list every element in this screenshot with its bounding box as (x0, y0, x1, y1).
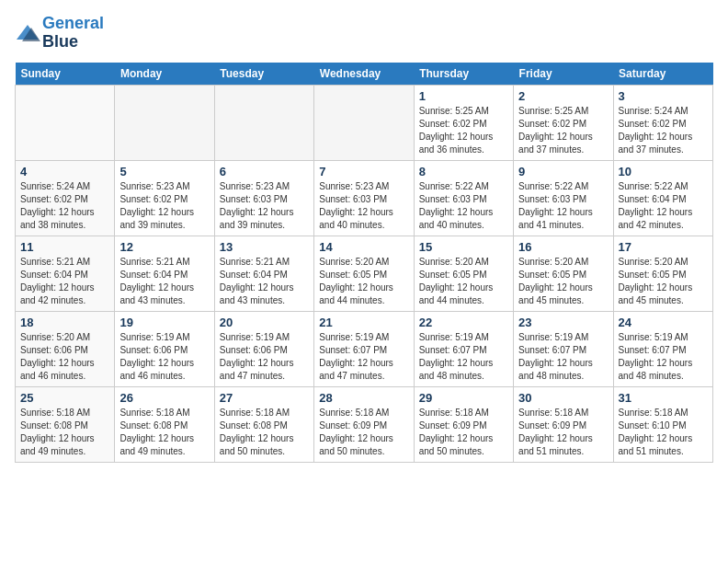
day-number: 20 (220, 316, 309, 329)
day-info: Sunrise: 5:18 AM Sunset: 6:09 PM Dayligh… (518, 407, 608, 458)
day-info: Sunrise: 5:21 AM Sunset: 6:04 PM Dayligh… (20, 256, 109, 307)
day-info: Sunrise: 5:19 AM Sunset: 6:07 PM Dayligh… (619, 331, 708, 383)
calendar-cell: 1Sunrise: 5:25 AM Sunset: 6:02 PM Daylig… (414, 85, 513, 160)
day-info: Sunrise: 5:20 AM Sunset: 6:05 PM Dayligh… (619, 256, 708, 307)
day-info: Sunrise: 5:25 AM Sunset: 6:02 PM Dayligh… (518, 105, 608, 156)
day-info: Sunrise: 5:22 AM Sunset: 6:03 PM Dayligh… (518, 180, 608, 232)
day-number: 12 (119, 240, 209, 254)
day-number: 6 (220, 165, 309, 178)
calendar-cell: 21Sunrise: 5:19 AM Sunset: 6:07 PM Dayli… (314, 311, 414, 386)
day-number: 8 (419, 165, 508, 178)
calendar-cell: 28Sunrise: 5:18 AM Sunset: 6:09 PM Dayli… (314, 386, 414, 462)
calendar-cell (314, 85, 414, 160)
calendar-cell: 15Sunrise: 5:20 AM Sunset: 6:05 PM Dayli… (414, 236, 513, 311)
weekday-header-thursday: Thursday (414, 63, 513, 86)
calendar-cell: 5Sunrise: 5:23 AM Sunset: 6:02 PM Daylig… (115, 160, 214, 236)
calendar-cell: 20Sunrise: 5:19 AM Sunset: 6:06 PM Dayli… (214, 311, 313, 386)
calendar-cell: 11Sunrise: 5:21 AM Sunset: 6:04 PM Dayli… (16, 236, 115, 311)
calendar-cell: 9Sunrise: 5:22 AM Sunset: 6:03 PM Daylig… (514, 160, 613, 236)
day-number: 5 (119, 165, 209, 178)
day-info: Sunrise: 5:18 AM Sunset: 6:08 PM Dayligh… (119, 407, 209, 458)
day-info: Sunrise: 5:19 AM Sunset: 6:06 PM Dayligh… (220, 331, 309, 383)
calendar-cell: 16Sunrise: 5:20 AM Sunset: 6:05 PM Dayli… (514, 236, 613, 311)
day-number: 19 (119, 316, 209, 329)
day-info: Sunrise: 5:22 AM Sunset: 6:03 PM Dayligh… (419, 180, 508, 232)
calendar-cell: 17Sunrise: 5:20 AM Sunset: 6:05 PM Dayli… (613, 236, 712, 311)
day-number: 23 (518, 316, 608, 329)
calendar-table: SundayMondayTuesdayWednesdayThursdayFrid… (15, 63, 713, 463)
day-info: Sunrise: 5:23 AM Sunset: 6:02 PM Dayligh… (119, 180, 209, 232)
calendar-cell: 13Sunrise: 5:21 AM Sunset: 6:04 PM Dayli… (214, 236, 313, 311)
day-number: 10 (619, 165, 708, 178)
calendar-cell: 3Sunrise: 5:24 AM Sunset: 6:02 PM Daylig… (613, 85, 712, 160)
day-info: Sunrise: 5:24 AM Sunset: 6:02 PM Dayligh… (20, 180, 109, 232)
calendar-cell: 7Sunrise: 5:23 AM Sunset: 6:03 PM Daylig… (314, 160, 414, 236)
calendar-cell (16, 85, 115, 160)
weekday-header-wednesday: Wednesday (314, 63, 414, 86)
day-number: 15 (419, 240, 508, 254)
day-info: Sunrise: 5:19 AM Sunset: 6:07 PM Dayligh… (518, 331, 608, 383)
calendar-cell: 26Sunrise: 5:18 AM Sunset: 6:08 PM Dayli… (115, 386, 214, 462)
day-number: 3 (619, 89, 708, 103)
calendar-cell: 14Sunrise: 5:20 AM Sunset: 6:05 PM Dayli… (314, 236, 414, 311)
logo: GeneralBlue (15, 15, 104, 52)
day-info: Sunrise: 5:18 AM Sunset: 6:08 PM Dayligh… (20, 407, 109, 458)
calendar-cell: 29Sunrise: 5:18 AM Sunset: 6:09 PM Dayli… (414, 386, 513, 462)
page-header: GeneralBlue (15, 15, 713, 52)
weekday-header-friday: Friday (514, 63, 613, 86)
day-number: 11 (20, 240, 109, 254)
calendar-cell: 10Sunrise: 5:22 AM Sunset: 6:04 PM Dayli… (613, 160, 712, 236)
calendar-cell: 19Sunrise: 5:19 AM Sunset: 6:06 PM Dayli… (115, 311, 214, 386)
weekday-header-monday: Monday (115, 63, 214, 86)
calendar-cell: 8Sunrise: 5:22 AM Sunset: 6:03 PM Daylig… (414, 160, 513, 236)
day-number: 24 (619, 316, 708, 329)
day-info: Sunrise: 5:21 AM Sunset: 6:04 PM Dayligh… (220, 256, 309, 307)
day-number: 4 (20, 165, 109, 178)
day-number: 9 (518, 165, 608, 178)
calendar-cell (115, 85, 214, 160)
day-number: 14 (319, 240, 408, 254)
calendar-cell: 24Sunrise: 5:19 AM Sunset: 6:07 PM Dayli… (613, 311, 712, 386)
weekday-header-sunday: Sunday (16, 63, 115, 86)
day-number: 18 (20, 316, 109, 329)
day-info: Sunrise: 5:23 AM Sunset: 6:03 PM Dayligh… (319, 180, 408, 232)
weekday-header-tuesday: Tuesday (214, 63, 313, 86)
day-info: Sunrise: 5:18 AM Sunset: 6:09 PM Dayligh… (419, 407, 508, 458)
day-number: 16 (518, 240, 608, 254)
day-info: Sunrise: 5:20 AM Sunset: 6:05 PM Dayligh… (319, 256, 408, 307)
day-info: Sunrise: 5:21 AM Sunset: 6:04 PM Dayligh… (119, 256, 209, 307)
day-info: Sunrise: 5:18 AM Sunset: 6:10 PM Dayligh… (619, 407, 708, 458)
day-number: 13 (220, 240, 309, 254)
day-number: 25 (20, 391, 109, 405)
calendar-cell: 30Sunrise: 5:18 AM Sunset: 6:09 PM Dayli… (514, 386, 613, 462)
day-number: 22 (419, 316, 508, 329)
calendar-cell: 2Sunrise: 5:25 AM Sunset: 6:02 PM Daylig… (514, 85, 613, 160)
day-info: Sunrise: 5:18 AM Sunset: 6:08 PM Dayligh… (220, 407, 309, 458)
day-number: 21 (319, 316, 408, 329)
day-number: 31 (619, 391, 708, 405)
day-number: 2 (518, 89, 608, 103)
day-info: Sunrise: 5:25 AM Sunset: 6:02 PM Dayligh… (419, 105, 508, 156)
day-number: 30 (518, 391, 608, 405)
weekday-header-saturday: Saturday (613, 63, 712, 86)
calendar-cell: 22Sunrise: 5:19 AM Sunset: 6:07 PM Dayli… (414, 311, 513, 386)
calendar-cell: 18Sunrise: 5:20 AM Sunset: 6:06 PM Dayli… (16, 311, 115, 386)
day-info: Sunrise: 5:19 AM Sunset: 6:06 PM Dayligh… (119, 331, 209, 383)
calendar-cell: 4Sunrise: 5:24 AM Sunset: 6:02 PM Daylig… (16, 160, 115, 236)
calendar-cell: 12Sunrise: 5:21 AM Sunset: 6:04 PM Dayli… (115, 236, 214, 311)
logo-icon (15, 23, 40, 43)
day-info: Sunrise: 5:24 AM Sunset: 6:02 PM Dayligh… (619, 105, 708, 156)
calendar-cell: 6Sunrise: 5:23 AM Sunset: 6:03 PM Daylig… (214, 160, 313, 236)
day-info: Sunrise: 5:22 AM Sunset: 6:04 PM Dayligh… (619, 180, 708, 232)
calendar-cell (214, 85, 313, 160)
day-number: 1 (419, 89, 508, 103)
calendar-cell: 25Sunrise: 5:18 AM Sunset: 6:08 PM Dayli… (16, 386, 115, 462)
day-info: Sunrise: 5:19 AM Sunset: 6:07 PM Dayligh… (419, 331, 508, 383)
day-info: Sunrise: 5:20 AM Sunset: 6:06 PM Dayligh… (20, 331, 109, 383)
day-info: Sunrise: 5:23 AM Sunset: 6:03 PM Dayligh… (220, 180, 309, 232)
day-info: Sunrise: 5:20 AM Sunset: 6:05 PM Dayligh… (518, 256, 608, 307)
calendar-cell: 27Sunrise: 5:18 AM Sunset: 6:08 PM Dayli… (214, 386, 313, 462)
day-number: 7 (319, 165, 408, 178)
day-number: 27 (220, 391, 309, 405)
logo-text: GeneralBlue (42, 15, 104, 52)
